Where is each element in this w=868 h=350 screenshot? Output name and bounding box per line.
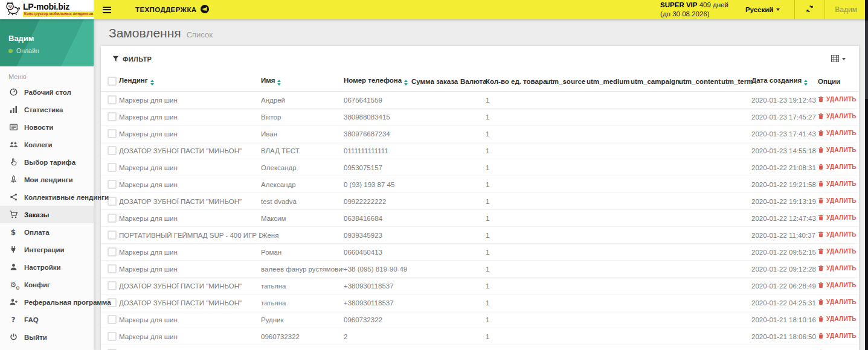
sum-cell	[411, 109, 460, 126]
sidebar-item-label: Оплата	[24, 229, 50, 236]
column-header-2[interactable]: Номер телефона	[344, 71, 411, 92]
row-checkbox[interactable]	[108, 146, 117, 155]
column-header-6: utm_source	[546, 71, 587, 92]
utm_content-cell	[679, 261, 721, 278]
delete-button[interactable]: УДАЛИТЬ	[818, 164, 857, 170]
phone-cell: 0638416684	[344, 210, 411, 227]
menu-toggle-icon[interactable]	[101, 4, 112, 16]
delete-button[interactable]: УДАЛИТЬ	[818, 180, 857, 187]
language-label: Русский	[745, 6, 773, 13]
table-row: Маркеры для шинРоман066045041312020-01-2…	[101, 244, 859, 261]
row-checkbox[interactable]	[108, 112, 117, 121]
refresh-button[interactable]	[795, 4, 825, 16]
sidebar-item-logout[interactable]: Выйти	[0, 328, 94, 346]
utm_campaign-cell	[631, 345, 679, 350]
sidebar-item-payment[interactable]: $Оплата	[0, 223, 94, 241]
delete-button[interactable]: УДАЛИТЬ	[818, 248, 857, 255]
select-all-checkbox[interactable]	[108, 77, 117, 86]
plan-info: SUPER VIP 409 дней (до 30.08.2026)	[660, 1, 728, 19]
row-checkbox[interactable]	[108, 231, 117, 240]
utm_term-cell	[721, 244, 751, 261]
sum-cell	[411, 278, 460, 294]
column-header-0[interactable]: Лендинг	[119, 71, 261, 92]
delete-button[interactable]: УДАЛИТЬ	[818, 197, 857, 204]
sidebar-item-config[interactable]: ⚙⚙Конфиг	[0, 276, 94, 293]
utm_source-cell	[546, 210, 587, 227]
landing-cell: Маркеры для шин	[119, 244, 261, 261]
utm_medium-cell	[587, 328, 631, 345]
utm_term-cell	[721, 311, 751, 328]
delete-button[interactable]: УДАЛИТЬ	[818, 265, 857, 272]
column-header-label: utm_term	[721, 78, 753, 85]
currency-cell	[460, 126, 486, 142]
landing-cell: Маркеры для шин	[119, 109, 261, 126]
utm_campaign-cell	[631, 328, 679, 345]
sidebar-user-status: Онлайн	[16, 47, 39, 54]
news-icon	[8, 122, 18, 132]
delete-button[interactable]: УДАЛИТЬ	[818, 332, 857, 339]
created-cell: 2020-01-21 18:06:48	[751, 345, 818, 350]
column-header-1[interactable]: Имя	[261, 71, 344, 92]
delete-button[interactable]: УДАЛИТЬ	[818, 299, 857, 305]
sidebar-item-dashboard[interactable]: Рабочий стол	[0, 83, 94, 101]
sidebar-item-statistics[interactable]: Статистика	[0, 101, 94, 118]
row-checkbox[interactable]	[108, 315, 117, 324]
sum-cell	[411, 142, 460, 159]
sum-cell	[411, 92, 460, 109]
sidebar-item-collective-landings[interactable]: Коллективные лендинги	[0, 188, 94, 206]
utm_source-cell	[546, 328, 587, 345]
row-checkbox[interactable]	[108, 180, 117, 189]
sum-cell	[411, 210, 460, 227]
name-cell: Иван	[261, 126, 344, 142]
qty-cell: 1	[486, 92, 546, 109]
currency-cell	[460, 294, 486, 311]
row-checkbox[interactable]	[108, 332, 117, 341]
row-checkbox[interactable]	[108, 129, 117, 138]
sidebar-item-orders[interactable]: Заказы	[0, 206, 94, 223]
sidebar-item-my-landings[interactable]: Мои лендинги	[0, 171, 94, 188]
sidebar-item-colleagues[interactable]: Коллеги	[0, 136, 94, 153]
name-cell: Олександр	[261, 159, 344, 176]
column-header-11[interactable]: Дата создания	[751, 71, 818, 92]
delete-button[interactable]: УДАЛИТЬ	[818, 316, 857, 322]
filter-button[interactable]: ФИЛЬТР	[112, 56, 152, 63]
support-button[interactable]: ТЕХПОДДЕРЖКА	[135, 5, 209, 14]
delete-button[interactable]: УДАЛИТЬ	[818, 113, 857, 119]
created-cell: 2020-01-21 18:10:16	[751, 311, 818, 328]
delete-button[interactable]: УДАЛИТЬ	[818, 147, 857, 153]
delete-button[interactable]: УДАЛИТЬ	[818, 130, 857, 136]
utm_medium-cell	[587, 142, 631, 159]
delete-button[interactable]: УДАЛИТЬ	[818, 231, 857, 238]
sidebar-item-faq[interactable]: ?FAQ	[0, 311, 94, 328]
column-visibility-button[interactable]	[831, 54, 846, 65]
sidebar-item-label: Заказы	[24, 211, 49, 218]
delete-button[interactable]: УДАЛИТЬ	[818, 282, 857, 288]
landing-cell: ДОЗАТОР ЗУБНОЇ ПАСТИ "МИНЬОН"	[119, 278, 261, 294]
trash-icon	[818, 96, 824, 103]
vertical-scrollbar[interactable]	[865, 0, 868, 350]
row-checkbox[interactable]	[108, 264, 117, 273]
sidebar-item-settings[interactable]: Настройки	[0, 258, 94, 276]
sidebar-item-label: FAQ	[24, 316, 39, 323]
created-cell: 2020-01-22 19:13:19	[751, 193, 818, 210]
sidebar-item-news[interactable]: Новости	[0, 118, 94, 136]
trash-icon	[818, 282, 824, 288]
sidebar-item-integrations[interactable]: Интеграции	[0, 241, 94, 258]
delete-button[interactable]: УДАЛИТЬ	[818, 96, 857, 103]
delete-button[interactable]: УДАЛИТЬ	[818, 214, 857, 221]
currency-cell	[460, 227, 486, 244]
scrollbar-thumb[interactable]	[865, 21, 868, 99]
language-dropdown[interactable]: Русский	[745, 6, 780, 13]
row-checkbox[interactable]	[108, 247, 117, 256]
sidebar-item-referral[interactable]: Реферальная программа	[0, 293, 94, 311]
phone-cell: 0 (93) 193 87 45	[344, 176, 411, 193]
row-checkbox[interactable]	[108, 197, 117, 206]
row-checkbox[interactable]	[108, 163, 117, 172]
row-checkbox[interactable]	[108, 281, 117, 290]
logo[interactable]: LP-mobi.biz Конструктор мобильных лендин…	[0, 0, 94, 19]
currency-cell	[460, 278, 486, 294]
topbar-username[interactable]: Вадим	[825, 5, 868, 14]
row-checkbox[interactable]	[108, 214, 117, 223]
sidebar-item-tariff[interactable]: Выбор тарифа	[0, 153, 94, 171]
row-checkbox[interactable]	[108, 95, 117, 104]
